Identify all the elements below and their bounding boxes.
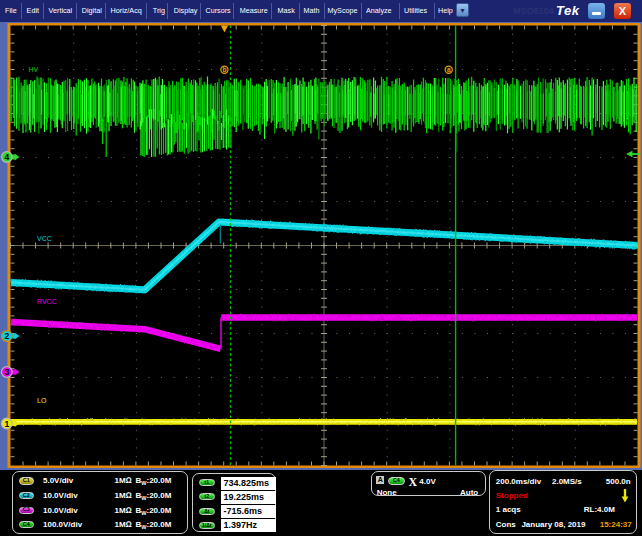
svg-text:3: 3 xyxy=(4,367,9,377)
svg-text:4: 4 xyxy=(4,152,9,162)
svg-text:a: a xyxy=(447,66,451,73)
svg-text:HV: HV xyxy=(29,66,39,73)
svg-text:b: b xyxy=(222,66,226,73)
svg-text:1: 1 xyxy=(4,418,9,428)
svg-text:LO: LO xyxy=(37,396,47,403)
svg-text:RVCC: RVCC xyxy=(37,297,57,304)
svg-text:VCC: VCC xyxy=(37,234,52,241)
svg-text:2: 2 xyxy=(4,331,9,341)
